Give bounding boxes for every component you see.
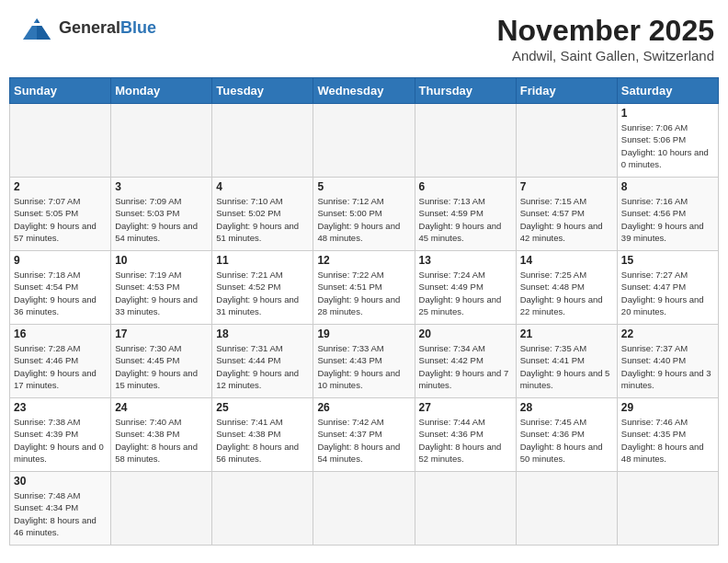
day-info: Sunrise: 7:07 AM Sunset: 5:05 PM Dayligh…: [14, 195, 107, 244]
calendar-header-row: SundayMondayTuesdayWednesdayThursdayFrid…: [10, 78, 719, 104]
day-number: 5: [317, 180, 410, 193]
day-number: 20: [419, 327, 512, 340]
calendar-cell: 4Sunrise: 7:10 AM Sunset: 5:02 PM Daylig…: [212, 178, 313, 251]
day-info: Sunrise: 7:27 AM Sunset: 4:47 PM Dayligh…: [621, 269, 714, 317]
calendar-cell: 16Sunrise: 7:28 AM Sunset: 4:46 PM Dayli…: [10, 325, 111, 398]
calendar-cell: 19Sunrise: 7:33 AM Sunset: 4:43 PM Dayli…: [313, 325, 415, 398]
calendar-cell: [10, 104, 111, 178]
day-number: 21: [520, 327, 613, 340]
day-info: Sunrise: 7:33 AM Sunset: 4:43 PM Dayligh…: [317, 342, 410, 391]
day-info: Sunrise: 7:35 AM Sunset: 4:41 PM Dayligh…: [520, 342, 613, 391]
day-number: 28: [520, 401, 613, 414]
calendar: SundayMondayTuesdayWednesdayThursdayFrid…: [9, 77, 719, 546]
day-number: 2: [14, 180, 107, 193]
calendar-cell: 26Sunrise: 7:42 AM Sunset: 4:37 PM Dayli…: [313, 398, 415, 472]
calendar-cell: 7Sunrise: 7:15 AM Sunset: 4:57 PM Daylig…: [516, 178, 617, 251]
day-info: Sunrise: 7:15 AM Sunset: 4:57 PM Dayligh…: [520, 195, 613, 244]
calendar-header-saturday: Saturday: [617, 78, 718, 104]
day-number: 27: [419, 401, 512, 414]
day-number: 22: [621, 327, 714, 340]
calendar-header-monday: Monday: [111, 78, 212, 104]
calendar-cell: 13Sunrise: 7:24 AM Sunset: 4:49 PM Dayli…: [415, 251, 516, 325]
calendar-cell: [415, 104, 516, 178]
day-number: 9: [14, 254, 107, 267]
calendar-header-thursday: Thursday: [415, 78, 516, 104]
calendar-week-3: 9Sunrise: 7:18 AM Sunset: 4:54 PM Daylig…: [10, 251, 719, 325]
day-info: Sunrise: 7:18 AM Sunset: 4:54 PM Dayligh…: [14, 269, 107, 317]
day-info: Sunrise: 7:46 AM Sunset: 4:35 PM Dayligh…: [621, 416, 714, 465]
calendar-cell: [516, 104, 617, 178]
day-number: 26: [317, 401, 410, 414]
calendar-week-4: 16Sunrise: 7:28 AM Sunset: 4:46 PM Dayli…: [10, 325, 719, 398]
day-number: 10: [115, 254, 208, 267]
day-info: Sunrise: 7:13 AM Sunset: 4:59 PM Dayligh…: [419, 195, 512, 244]
calendar-cell: [212, 472, 313, 546]
day-number: 1: [621, 107, 714, 120]
day-number: 15: [621, 254, 714, 267]
day-number: 19: [317, 327, 410, 340]
day-number: 24: [115, 401, 208, 414]
calendar-header-tuesday: Tuesday: [212, 78, 313, 104]
calendar-cell: 1Sunrise: 7:06 AM Sunset: 5:06 PM Daylig…: [617, 104, 718, 178]
calendar-cell: [516, 472, 617, 546]
calendar-cell: 20Sunrise: 7:34 AM Sunset: 4:42 PM Dayli…: [415, 325, 516, 398]
calendar-cell: 15Sunrise: 7:27 AM Sunset: 4:47 PM Dayli…: [617, 251, 718, 325]
calendar-week-1: 1Sunrise: 7:06 AM Sunset: 5:06 PM Daylig…: [10, 104, 719, 178]
day-number: 12: [317, 254, 410, 267]
calendar-cell: 28Sunrise: 7:45 AM Sunset: 4:36 PM Dayli…: [516, 398, 617, 472]
calendar-cell: 6Sunrise: 7:13 AM Sunset: 4:59 PM Daylig…: [415, 178, 516, 251]
calendar-cell: 11Sunrise: 7:21 AM Sunset: 4:52 PM Dayli…: [212, 251, 313, 325]
calendar-cell: 10Sunrise: 7:19 AM Sunset: 4:53 PM Dayli…: [111, 251, 212, 325]
title-area: November 2025 Andwil, Saint Gallen, Swit…: [496, 14, 714, 63]
day-info: Sunrise: 7:34 AM Sunset: 4:42 PM Dayligh…: [419, 342, 512, 391]
day-number: 8: [621, 180, 714, 193]
calendar-cell: 3Sunrise: 7:09 AM Sunset: 5:03 PM Daylig…: [111, 178, 212, 251]
day-info: Sunrise: 7:19 AM Sunset: 4:53 PM Dayligh…: [115, 269, 208, 317]
day-info: Sunrise: 7:10 AM Sunset: 5:02 PM Dayligh…: [216, 195, 309, 244]
day-info: Sunrise: 7:45 AM Sunset: 4:36 PM Dayligh…: [520, 416, 613, 465]
logo-blue-text: Blue: [120, 18, 156, 37]
day-info: Sunrise: 7:22 AM Sunset: 4:51 PM Dayligh…: [317, 269, 410, 317]
day-number: 16: [14, 327, 107, 340]
day-info: Sunrise: 7:30 AM Sunset: 4:45 PM Dayligh…: [115, 342, 208, 391]
calendar-header-friday: Friday: [516, 78, 617, 104]
day-number: 13: [419, 254, 512, 267]
day-info: Sunrise: 7:16 AM Sunset: 4:56 PM Dayligh…: [621, 195, 714, 244]
calendar-cell: 21Sunrise: 7:35 AM Sunset: 4:41 PM Dayli…: [516, 325, 617, 398]
calendar-cell: [313, 104, 415, 178]
header: GeneralBlue November 2025 Andwil, Saint …: [9, 9, 719, 68]
calendar-cell: 22Sunrise: 7:37 AM Sunset: 4:40 PM Dayli…: [617, 325, 718, 398]
day-number: 3: [115, 180, 208, 193]
calendar-cell: 9Sunrise: 7:18 AM Sunset: 4:54 PM Daylig…: [10, 251, 111, 325]
calendar-cell: 30Sunrise: 7:48 AM Sunset: 4:34 PM Dayli…: [10, 472, 111, 546]
day-info: Sunrise: 7:37 AM Sunset: 4:40 PM Dayligh…: [621, 342, 714, 391]
month-title: November 2025: [496, 14, 714, 48]
calendar-cell: [617, 472, 718, 546]
calendar-week-5: 23Sunrise: 7:38 AM Sunset: 4:39 PM Dayli…: [10, 398, 719, 472]
calendar-header-sunday: Sunday: [10, 78, 111, 104]
calendar-cell: 23Sunrise: 7:38 AM Sunset: 4:39 PM Dayli…: [10, 398, 111, 472]
calendar-cell: [111, 472, 212, 546]
day-info: Sunrise: 7:21 AM Sunset: 4:52 PM Dayligh…: [216, 269, 309, 317]
day-info: Sunrise: 7:44 AM Sunset: 4:36 PM Dayligh…: [419, 416, 512, 465]
svg-rect-3: [31, 23, 42, 26]
day-number: 29: [621, 401, 714, 414]
day-number: 18: [216, 327, 309, 340]
logo-general-text: General: [59, 18, 120, 37]
calendar-cell: 12Sunrise: 7:22 AM Sunset: 4:51 PM Dayli…: [313, 251, 415, 325]
calendar-week-2: 2Sunrise: 7:07 AM Sunset: 5:05 PM Daylig…: [10, 178, 719, 251]
day-info: Sunrise: 7:12 AM Sunset: 5:00 PM Dayligh…: [317, 195, 410, 244]
calendar-cell: 5Sunrise: 7:12 AM Sunset: 5:00 PM Daylig…: [313, 178, 415, 251]
logo: GeneralBlue: [18, 14, 156, 41]
calendar-cell: 2Sunrise: 7:07 AM Sunset: 5:05 PM Daylig…: [10, 178, 111, 251]
calendar-cell: 29Sunrise: 7:46 AM Sunset: 4:35 PM Dayli…: [617, 398, 718, 472]
logo-icon: [18, 14, 55, 41]
calendar-cell: [415, 472, 516, 546]
day-number: 4: [216, 180, 309, 193]
day-info: Sunrise: 7:28 AM Sunset: 4:46 PM Dayligh…: [14, 342, 107, 391]
day-number: 17: [115, 327, 208, 340]
day-info: Sunrise: 7:31 AM Sunset: 4:44 PM Dayligh…: [216, 342, 309, 391]
day-info: Sunrise: 7:09 AM Sunset: 5:03 PM Dayligh…: [115, 195, 208, 244]
day-number: 30: [14, 475, 107, 488]
calendar-cell: 25Sunrise: 7:41 AM Sunset: 4:38 PM Dayli…: [212, 398, 313, 472]
